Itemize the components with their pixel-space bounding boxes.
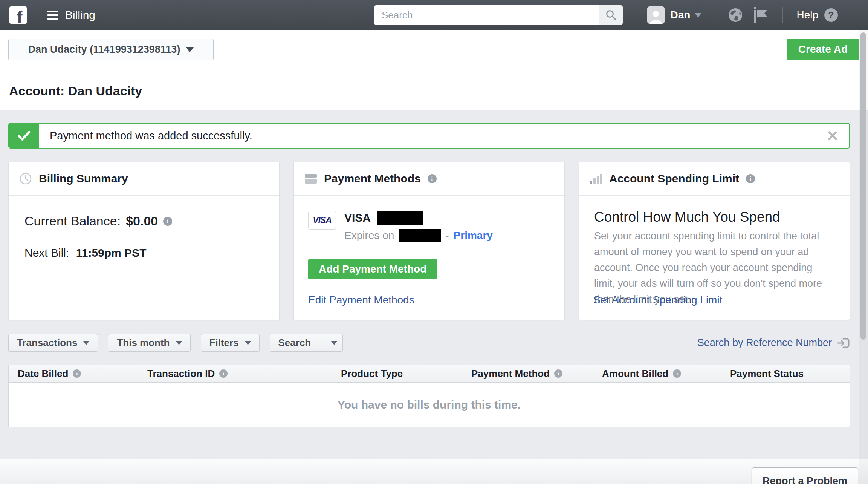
date-range-dropdown[interactable]: This month [108, 334, 190, 352]
menu-icon[interactable] [47, 11, 58, 20]
user-silhouette-icon [648, 9, 663, 24]
create-ad-button[interactable]: Create Ad [787, 39, 859, 60]
column-header-date-billed: Date Billed i [9, 368, 138, 380]
report-a-problem-button[interactable]: Report a Problem [752, 467, 858, 484]
close-icon[interactable] [827, 130, 839, 142]
nav-right-cluster: Dan Help ? [647, 0, 838, 30]
success-message: Payment method was added successfully. [50, 130, 827, 142]
chevron-down-icon [331, 341, 337, 345]
globe-icon[interactable] [727, 7, 743, 23]
info-icon[interactable]: i [554, 369, 562, 378]
column-header-payment-method: Payment Method i [462, 368, 593, 380]
success-check-icon [9, 124, 39, 148]
enter-reference-icon [837, 337, 850, 349]
set-spending-limit-link[interactable]: Set Account Spending Limit [593, 294, 722, 306]
column-header-product-type: Product Type [332, 368, 462, 380]
nav-divider [712, 7, 712, 23]
user-menu-caret-icon[interactable] [695, 13, 701, 17]
avatar[interactable] [647, 6, 665, 24]
edit-payment-methods-link[interactable]: Edit Payment Methods [308, 294, 414, 306]
account-spending-limit-card: Account Spending Limit i Control How Muc… [579, 162, 850, 320]
chevron-down-icon [176, 341, 182, 345]
card-title: Billing Summary [39, 172, 128, 185]
card-title: Account Spending Limit [609, 172, 739, 185]
search-icon [605, 9, 617, 21]
empty-state-message: You have no bills during this time. [9, 383, 850, 427]
filters-dropdown[interactable]: Filters [201, 334, 260, 352]
chevron-down-icon [245, 341, 251, 345]
info-icon[interactable]: i [73, 369, 81, 378]
chevron-down-icon [83, 341, 89, 345]
info-icon[interactable]: i [163, 217, 172, 226]
column-header-transaction-id: Transaction ID i [138, 368, 332, 380]
facebook-logo-icon[interactable]: f [9, 6, 27, 24]
sub-header: Dan Udacity (114199312398113) Create Ad … [0, 30, 868, 110]
nav-divider [782, 7, 783, 23]
transactions-dropdown[interactable]: Transactions [8, 334, 98, 352]
search-button[interactable] [599, 5, 623, 25]
column-header-amount-billed: Amount Billed i [593, 368, 721, 380]
add-payment-method-button[interactable]: Add Payment Method [308, 259, 437, 279]
table-header-row: Date Billed i Transaction ID i Product T… [9, 365, 850, 383]
app-title: Billing [65, 9, 95, 21]
facebook-logo-letter: f [17, 11, 23, 24]
next-bill-value: 11:59pm PST [76, 247, 147, 259]
footer-bar: Report a Problem [0, 459, 868, 484]
visa-card-badge: VISA [308, 211, 336, 230]
clock-icon [19, 172, 32, 185]
column-header-payment-status: Payment Status [721, 368, 850, 380]
search-options-caret[interactable] [325, 334, 342, 351]
payment-method-row: VISA VISA Expires on - Primary [308, 211, 554, 242]
info-icon[interactable]: i [428, 174, 437, 183]
billing-summary-card: Billing Summary Current Balance: $0.00 i… [8, 162, 280, 320]
scrollbar-thumb[interactable] [860, 32, 866, 340]
info-icon[interactable]: i [746, 174, 755, 183]
page-title: Account: Dan Udacity [0, 69, 868, 98]
card-expiry-line: Expires on - Primary [344, 229, 493, 242]
primary-link[interactable]: Primary [454, 230, 493, 242]
card-number-line: VISA [344, 211, 493, 225]
search-split-button[interactable]: Search [270, 334, 343, 352]
search-box [374, 5, 623, 25]
card-title: Payment Methods [324, 172, 421, 185]
payment-methods-card: Payment Methods i VISA VISA Expires on [293, 162, 565, 320]
current-balance-row: Current Balance: $0.00 i [24, 214, 264, 228]
spending-limit-heading: Control How Much You Spend [594, 209, 834, 225]
top-nav: f Billing Dan [0, 0, 868, 30]
transactions-toolbar: Transactions This month Filters Search S… [8, 334, 850, 352]
flag-icon[interactable] [752, 7, 767, 23]
success-banner: Payment method was added successfully. [8, 123, 850, 149]
info-icon[interactable]: i [673, 369, 681, 378]
account-selector[interactable]: Dan Udacity (114199312398113) [8, 39, 214, 60]
main-content: Payment method was added successfully. B… [0, 123, 868, 427]
scrollbar-track[interactable] [859, 30, 868, 484]
transactions-table: Date Billed i Transaction ID i Product T… [8, 365, 850, 427]
user-name[interactable]: Dan [671, 9, 691, 21]
help-icon[interactable]: ? [824, 8, 838, 22]
search-input[interactable] [374, 5, 599, 25]
info-icon[interactable]: i [219, 369, 228, 378]
nav-divider [37, 7, 37, 23]
next-bill-row: Next Bill: 11:59pm PST [24, 247, 264, 259]
current-balance-value: $0.00 [126, 214, 158, 228]
account-selector-caret-icon [186, 47, 194, 52]
bar-chart-icon [590, 173, 602, 184]
help-label[interactable]: Help [796, 9, 818, 21]
credit-card-icon [304, 173, 317, 184]
redacted-card-number [377, 211, 423, 225]
redacted-expiry-date [399, 229, 441, 242]
search-by-reference-link[interactable]: Search by Reference Number [697, 337, 850, 349]
